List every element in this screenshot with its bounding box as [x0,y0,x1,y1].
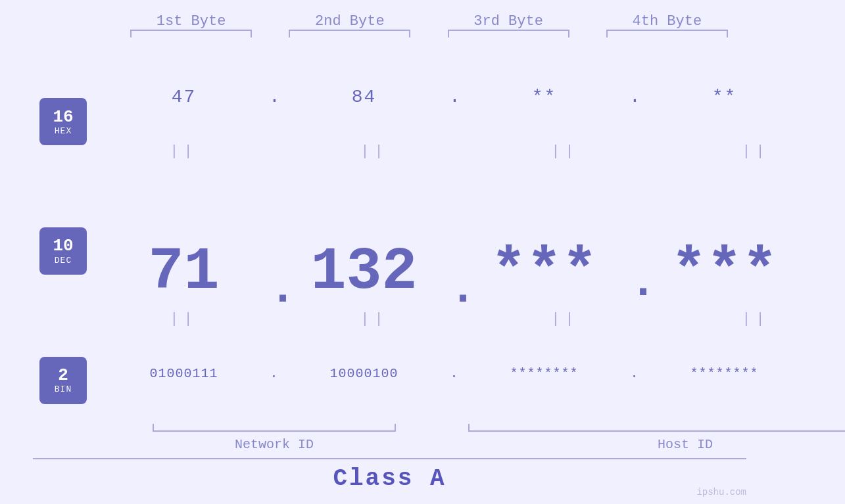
dec-byte-2: 132 [274,239,454,306]
bin-row: 01000111 . 10000100 . ******** . *******… [93,329,845,424]
host-bracket-line [468,424,845,432]
main-content: 16 HEX 10 DEC 2 BIN 47 . 84 [33,44,746,458]
dec-byte-3: *** [454,239,635,306]
badges-column: 16 HEX 10 DEC 2 BIN [33,44,93,458]
dec-row: 71 . 132 . *** . *** [93,162,845,309]
dec-val-3: *** [491,239,597,306]
class-label: Class A [333,465,446,492]
byte-header-3: 3rd Byte [429,13,588,30]
hex-val-1: 47 [172,87,197,107]
dec-byte-4: *** [634,239,815,306]
badge-hex: 16 HEX [39,98,87,145]
bin-byte-1: 01000111 [93,366,274,381]
bracket-row [112,30,746,37]
equals-row-2: || || || || [93,309,845,329]
badge-dec-num: 10 [53,237,73,256]
eq2-4: || [665,311,845,327]
bin-byte-3: ******** [454,366,635,381]
dec-val-2: 132 [310,239,417,306]
bracket-line-3 [448,30,569,37]
bracket-2 [270,30,429,37]
network-bracket-container [93,424,455,432]
badge-bin-num: 2 [58,366,68,385]
hex-byte-3: ** [454,87,635,107]
bin-byte-4: ******** [634,366,815,381]
byte-header-2: 2nd Byte [270,13,429,30]
hex-byte-4: ** [634,87,815,107]
host-id-label: Host ID [455,437,845,452]
byte-headers: 1st Byte 2nd Byte 3rd Byte 4th Byte [112,0,746,30]
badge-bin-label: BIN [55,384,72,394]
bracket-line-1 [130,30,252,37]
bracket-3 [429,30,588,37]
eq1-1: || [93,143,274,160]
hex-byte-1: 47 [93,87,274,107]
eq1-2: || [284,143,465,160]
bracket-4 [588,30,746,37]
ip-column: 47 . 84 . ** . ** || || [93,44,845,458]
dec-val-4: *** [671,239,777,306]
badge-bin: 2 BIN [39,357,87,404]
byte-header-1: 1st Byte [112,13,270,30]
eq1-3: || [475,143,656,160]
bracket-line-4 [606,30,728,37]
dec-byte-1: 71 [93,239,274,306]
hex-byte-2: 84 [274,87,454,107]
eq2-3: || [475,311,656,327]
equals-row-1: || || || || [93,142,845,162]
watermark: ipshu.com [696,487,746,497]
bottom-brackets [93,424,845,432]
bin-val-1: 01000111 [149,366,218,381]
class-row: Class A ipshu.com [33,458,746,497]
bin-val-3: ******** [510,366,578,381]
bin-val-2: 10000100 [329,366,398,381]
badge-dec: 10 DEC [39,227,87,275]
main-container: 1st Byte 2nd Byte 3rd Byte 4th Byte 16 H… [0,0,845,504]
bottom-labels: Network ID Host ID [93,432,845,458]
network-bracket-line [153,424,396,432]
badge-dec-label: DEC [55,256,72,265]
bracket-line-2 [289,30,410,37]
byte-header-4: 4th Byte [588,13,746,30]
eq1-4: || [665,143,845,160]
host-bracket-container [455,424,845,432]
hex-val-4: ** [712,87,737,107]
network-id-label: Network ID [93,437,455,452]
eq2-1: || [93,311,274,327]
badge-hex-label: HEX [55,126,72,136]
hex-val-2: 84 [352,87,377,107]
hex-val-3: ** [532,87,557,107]
badge-hex-num: 16 [53,108,73,127]
eq2-2: || [284,311,465,327]
bracket-1 [112,30,270,37]
dec-val-1: 71 [148,239,219,306]
bin-val-4: ******** [690,366,758,381]
hex-row: 47 . 84 . ** . ** [93,44,845,142]
bin-byte-2: 10000100 [274,366,454,381]
